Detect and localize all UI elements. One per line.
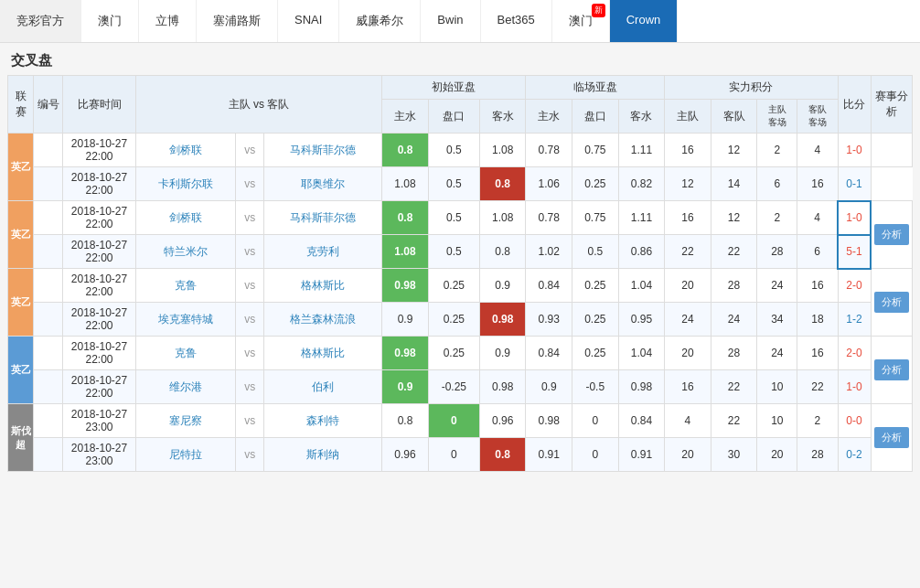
home-team-cell: 塞尼察 — [136, 404, 236, 438]
ini-home-cell: 1.08 — [382, 167, 429, 201]
away-team-cell: 伯利 — [264, 370, 382, 404]
table-row: 2018-10-2723:00尼特拉vs斯利纳0.9600.80.9100.91… — [8, 438, 913, 472]
str-away-cell: 12 — [711, 134, 757, 167]
th-str-hh: 主队客场 — [757, 100, 797, 134]
live-away-cell: 1.11 — [618, 134, 665, 167]
ini-away-cell: 0.9 — [479, 269, 526, 303]
str-hh-cell: 24 — [757, 337, 797, 370]
nav-item-3[interactable]: 塞浦路斯 — [197, 0, 278, 42]
time-cell: 2018-10-2723:00 — [63, 404, 136, 438]
str-away-cell: 24 — [711, 303, 757, 337]
analyze-button[interactable]: 分析 — [874, 359, 909, 380]
ini-away-cell: 0.9 — [479, 337, 526, 370]
home-team-cell: 尼特拉 — [136, 438, 236, 472]
ini-away-cell: 1.08 — [479, 201, 526, 235]
str-home-cell: 16 — [665, 201, 711, 235]
str-home-cell: 12 — [665, 167, 711, 201]
time-cell: 2018-10-2722:00 — [63, 134, 136, 167]
score-cell: 2-0 — [838, 269, 871, 303]
live-home-cell: 0.91 — [526, 438, 572, 472]
league-cell: 英乙 — [8, 201, 34, 269]
live-away-cell: 1.04 — [618, 337, 665, 370]
th-live: 临场亚盘 — [526, 76, 665, 100]
ini-line-cell: 0 — [428, 404, 479, 438]
nav-item-2[interactable]: 立博 — [139, 0, 197, 42]
vs-cell: vs — [236, 303, 264, 337]
analyze-button[interactable]: 分析 — [874, 427, 909, 448]
th-live-home: 主水 — [526, 100, 572, 134]
str-home-cell: 22 — [665, 235, 711, 269]
ini-home-cell: 0.96 — [382, 438, 429, 472]
ini-away-cell: 0.98 — [479, 370, 526, 404]
live-line-cell: 0.75 — [572, 134, 619, 167]
th-str-away: 客队 — [711, 100, 757, 134]
table-row: 2018-10-2722:00特兰米尔vs克劳利1.080.50.81.020.… — [8, 235, 913, 269]
live-line-cell: 0 — [572, 438, 619, 472]
str-hh-cell: 2 — [757, 201, 797, 235]
table-row: 英乙2018-10-2722:00克鲁vs格林斯比0.980.250.90.84… — [8, 269, 913, 303]
score-cell: 0-0 — [838, 404, 871, 438]
nav-item-1[interactable]: 澳门 — [81, 0, 139, 42]
str-ah-cell: 28 — [797, 438, 838, 472]
vs-cell: vs — [236, 167, 264, 201]
ini-home-cell: 1.08 — [382, 235, 429, 269]
live-home-cell: 0.84 — [526, 337, 572, 370]
table-row: 英乙2018-10-2722:00剑桥联vs马科斯菲尔德0.80.51.080.… — [8, 134, 913, 167]
nav-item-6[interactable]: Bwin — [421, 0, 480, 42]
nav-item-0[interactable]: 竞彩官方 — [0, 0, 81, 42]
section-title: 交叉盘 — [0, 43, 920, 75]
th-matchup: 主队 vs 客队 — [136, 76, 382, 134]
table-row: 英乙2018-10-2722:00剑桥联vs马科斯菲尔德0.80.51.080.… — [8, 201, 913, 235]
th-str-ah: 客队客场 — [797, 100, 838, 134]
live-away-cell: 1.11 — [618, 201, 665, 235]
ini-home-cell: 0.8 — [382, 134, 429, 167]
live-home-cell: 0.9 — [526, 370, 572, 404]
nav-item-5[interactable]: 威廉希尔 — [339, 0, 421, 42]
live-away-cell: 0.82 — [618, 167, 665, 201]
home-team-cell: 克鲁 — [136, 269, 236, 303]
vs-cell: vs — [236, 370, 264, 404]
analyze-button[interactable]: 分析 — [874, 224, 909, 245]
th-live-line: 盘口 — [572, 100, 619, 134]
str-ah-cell: 16 — [797, 337, 838, 370]
time-cell: 2018-10-2722:00 — [63, 201, 136, 235]
str-away-cell: 30 — [711, 438, 757, 472]
nav-item-7[interactable]: Bet365 — [481, 0, 552, 42]
home-team-cell: 剑桥联 — [136, 134, 236, 167]
th-score: 比分 — [838, 76, 871, 134]
str-hh-cell: 10 — [757, 370, 797, 404]
home-team-cell: 剑桥联 — [136, 201, 236, 235]
top-nav: 竞彩官方 澳门 立博 塞浦路斯 SNAI 威廉希尔 Bwin Bet365 澳门… — [0, 0, 920, 43]
away-team-cell: 格林斯比 — [264, 337, 382, 370]
ini-home-cell: 0.9 — [382, 370, 429, 404]
table-wrap: 联赛 编号 比赛时间 主队 vs 客队 初始亚盘 临场亚盘 实力积分 比分 赛事… — [0, 75, 920, 479]
ini-line-cell: 0.5 — [428, 235, 479, 269]
vs-cell: vs — [236, 235, 264, 269]
home-team-cell: 埃克塞特城 — [136, 303, 236, 337]
nav-item-4[interactable]: SNAI — [278, 0, 339, 42]
ini-line-cell: 0.5 — [428, 134, 479, 167]
home-team-cell: 维尔港 — [136, 370, 236, 404]
ini-home-cell: 0.9 — [382, 303, 429, 337]
id-cell — [34, 235, 63, 269]
str-home-cell: 16 — [665, 134, 711, 167]
ini-away-cell: 0.8 — [479, 438, 526, 472]
time-cell: 2018-10-2722:00 — [63, 167, 136, 201]
th-strength: 实力积分 — [665, 76, 838, 100]
ini-home-cell: 0.98 — [382, 269, 429, 303]
th-time: 比赛时间 — [63, 76, 136, 134]
live-home-cell: 0.78 — [526, 201, 572, 235]
str-hh-cell: 20 — [757, 438, 797, 472]
home-team-cell: 卡利斯尔联 — [136, 167, 236, 201]
header-row-1: 联赛 编号 比赛时间 主队 vs 客队 初始亚盘 临场亚盘 实力积分 比分 赛事… — [8, 76, 913, 100]
analyze-button[interactable]: 分析 — [874, 292, 909, 313]
live-away-cell: 0.91 — [618, 438, 665, 472]
live-line-cell: 0.75 — [572, 201, 619, 235]
analyze-cell: 分析 — [871, 269, 913, 337]
live-line-cell: 0.5 — [572, 235, 619, 269]
nav-item-8[interactable]: 澳门 新 — [552, 0, 610, 42]
nav-item-crown[interactable]: Crown — [610, 0, 679, 42]
live-away-cell: 1.04 — [618, 269, 665, 303]
str-home-cell: 4 — [665, 404, 711, 438]
str-hh-cell: 34 — [757, 303, 797, 337]
